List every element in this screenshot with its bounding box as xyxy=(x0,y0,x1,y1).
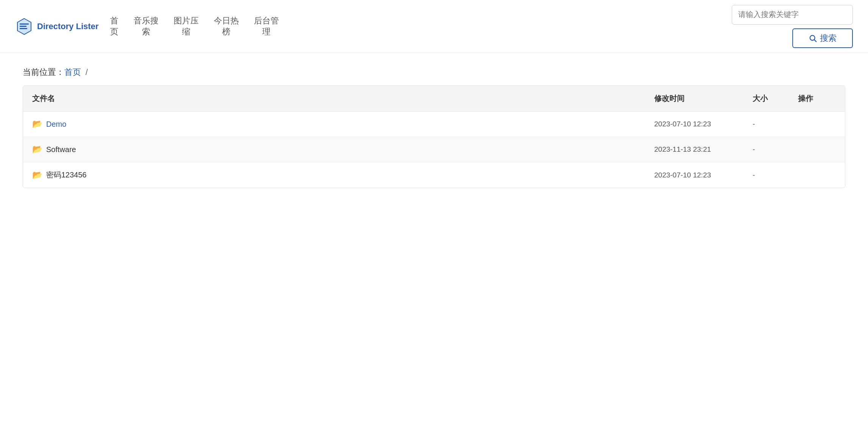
nav-item-image[interactable]: 图片压 缩 xyxy=(174,16,199,37)
table-header: 文件名 修改时间 大小 操作 xyxy=(23,86,845,112)
main-content: 文件名 修改时间 大小 操作 📂 Demo 2023-07-10 12:23 -… xyxy=(0,86,868,211)
file-label-password: 密码123456 xyxy=(46,170,87,180)
table-row: 📂 Software 2023-11-13 23:21 - xyxy=(23,137,845,162)
col-header-name: 文件名 xyxy=(32,93,654,104)
file-size-2: - xyxy=(753,171,798,179)
search-button[interactable]: 搜索 xyxy=(792,28,853,48)
col-header-size: 大小 xyxy=(753,93,798,104)
folder-icon: 📂 xyxy=(32,145,42,154)
breadcrumb-home-link[interactable]: 首页 xyxy=(64,67,81,77)
site-header: Directory Lister 首 页 音乐搜 索 图片压 缩 今日热 榜 后… xyxy=(0,0,868,53)
main-nav: 首 页 音乐搜 索 图片压 缩 今日热 榜 后台管 理 xyxy=(99,16,732,37)
file-modified-0: 2023-07-10 12:23 xyxy=(654,120,753,128)
file-size-1: - xyxy=(753,145,798,154)
svg-rect-1 xyxy=(20,23,29,25)
logo-area: Directory Lister xyxy=(15,17,99,36)
svg-line-5 xyxy=(814,40,816,42)
table-row: 📂 Demo 2023-07-10 12:23 - xyxy=(23,112,845,137)
folder-icon: 📂 xyxy=(32,170,42,180)
breadcrumb-separator: / xyxy=(83,67,88,77)
nav-item-admin[interactable]: 后台管 理 xyxy=(254,16,279,37)
logo-icon xyxy=(15,17,33,36)
search-area: 搜索 xyxy=(732,5,853,48)
logo-text: Directory Lister xyxy=(37,22,99,31)
breadcrumb-label: 当前位置： xyxy=(23,67,64,77)
file-table: 文件名 修改时间 大小 操作 📂 Demo 2023-07-10 12:23 -… xyxy=(23,86,845,188)
file-modified-1: 2023-11-13 23:21 xyxy=(654,145,753,154)
file-name-cell: 📂 Software xyxy=(32,145,654,154)
svg-rect-2 xyxy=(20,26,26,27)
folder-icon: 📂 xyxy=(32,119,42,129)
file-label-software: Software xyxy=(46,145,76,154)
nav-item-home[interactable]: 首 页 xyxy=(110,16,118,37)
file-modified-2: 2023-07-10 12:23 xyxy=(654,171,753,179)
search-input[interactable] xyxy=(732,5,853,25)
col-header-modified: 修改时间 xyxy=(654,93,753,104)
col-header-action: 操作 xyxy=(798,93,836,104)
file-name-cell: 📂 Demo xyxy=(32,119,654,129)
search-icon xyxy=(809,34,817,42)
table-row: 📂 密码123456 2023-07-10 12:23 - xyxy=(23,162,845,188)
breadcrumb: 当前位置：首页 / xyxy=(0,53,868,86)
svg-rect-3 xyxy=(20,28,27,29)
file-name-cell: 📂 密码123456 xyxy=(32,170,654,180)
file-size-0: - xyxy=(753,120,798,128)
file-link-demo[interactable]: Demo xyxy=(46,120,66,129)
nav-item-hot[interactable]: 今日热 榜 xyxy=(214,16,239,37)
nav-item-music[interactable]: 音乐搜 索 xyxy=(134,16,159,37)
